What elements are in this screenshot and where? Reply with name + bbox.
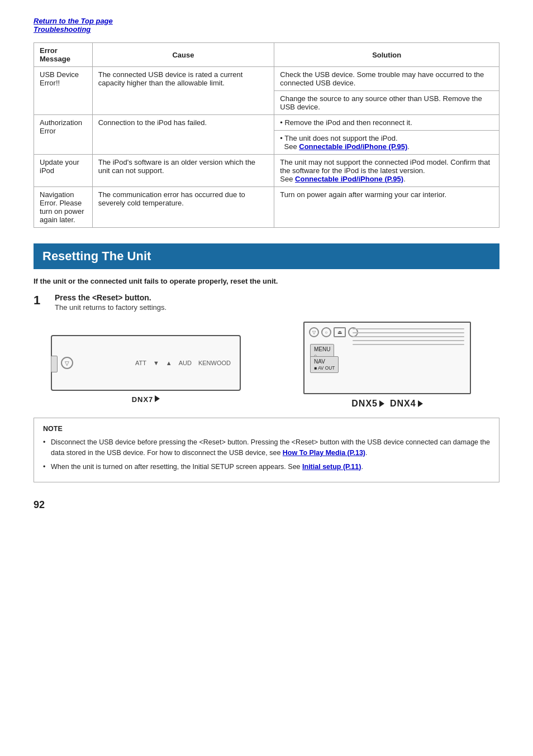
page-number: 92 — [34, 499, 499, 511]
dnx5-line-4 — [353, 340, 464, 341]
dnx4-label: DNX4 — [390, 399, 423, 409]
note-box: NOTE Disconnect the USB device before pr… — [34, 418, 499, 482]
dnx5-circle-button: ○ — [321, 327, 331, 337]
note-list: Disconnect the USB device before pressin… — [43, 437, 490, 472]
dnx5-arrow-icon — [379, 400, 384, 407]
col-header-error: Error Message — [34, 43, 93, 67]
cause-auth: Connection to the iPod has failed. — [92, 115, 274, 155]
table-row: USB DeviceError!! The connected USB devi… — [34, 67, 499, 91]
dnx7-aud: AUD — [179, 360, 192, 366]
dnx5-down-button: ▽ — [309, 327, 319, 337]
col-header-cause: Cause — [92, 43, 274, 67]
dnx5-label: DNX5 — [351, 399, 384, 409]
solution-auth-2: • The unit does not support the iPod. Se… — [274, 131, 499, 155]
step-1-desc: The unit returns to factory settings. — [55, 303, 499, 312]
dnx5-lines — [353, 328, 464, 345]
section-header: Resetting The Unit — [34, 243, 499, 269]
dnx7-up: ▲ — [166, 360, 172, 366]
solution-usb-1: Check the USB device. Some trouble may h… — [274, 67, 499, 91]
note-title: NOTE — [43, 425, 490, 433]
solution-update: The unit may not support the connected i… — [274, 155, 499, 187]
step-1-row: 1 Press the <Reset> button. The unit ret… — [34, 293, 499, 312]
dnx5-line-5 — [353, 344, 464, 345]
dnx7-left-notch — [51, 356, 58, 372]
col-header-solution: Solution — [274, 43, 499, 67]
dnx5-device: ▽ ○ ⏏ MENU○ NAV■ AV OUT — [303, 322, 471, 394]
solution-usb-2: Change the source to any source other th… — [274, 91, 499, 115]
cause-update: The iPod's software is an older version … — [92, 155, 274, 187]
solution-nav: Turn on power again after warming your c… — [274, 187, 499, 228]
dnx7-device: ▽ ATT ▼ ▲ AUD KENWOOD — [51, 335, 241, 391]
error-nav: NavigationError. Pleaseturn on poweragai… — [34, 187, 93, 228]
dnx4-arrow-icon — [418, 400, 423, 407]
dnx5-line-1 — [353, 328, 464, 329]
step-1-number: 1 — [34, 293, 51, 308]
step-1-content: Press the <Reset> button. The unit retur… — [55, 293, 499, 312]
step-1-title: Press the <Reset> button. — [55, 293, 499, 302]
dnx7-label-text: DNX7 — [132, 395, 154, 404]
diagrams-row: ▽ ATT ▼ ▲ AUD KENWOOD DNX7 ▽ ○ ⏏ — [34, 322, 499, 409]
error-update: Update youriPod — [34, 155, 93, 187]
cause-nav: The communication error has occurred due… — [92, 187, 274, 228]
dnx7-att: ATT — [135, 360, 146, 366]
dnx7-label: DNX7 — [132, 395, 160, 409]
troubleshooting-link[interactable]: Troubleshooting — [34, 25, 499, 34]
dnx7-controls: ATT ▼ ▲ AUD KENWOOD — [135, 360, 231, 366]
section-title: Resetting The Unit — [42, 249, 151, 263]
top-links: Return to the Top page Troubleshooting — [34, 17, 499, 34]
solution-auth-1: • Remove the iPod and then reconnect it. — [274, 115, 499, 131]
initial-setup-link[interactable]: Initial setup (P.11) — [302, 463, 361, 471]
dnx7-diagram-box: ▽ ATT ▼ ▲ AUD KENWOOD DNX7 — [34, 335, 258, 409]
dnx5-line-2 — [353, 332, 464, 333]
note-item-1: Disconnect the USB device before pressin… — [43, 437, 490, 458]
note-item-2: When the unit is turned on after resetti… — [43, 462, 490, 472]
dnx5-line-3 — [353, 336, 464, 337]
dnx7-arrow-icon — [155, 395, 160, 402]
dnx5-nav-button: NAV■ AV OUT — [310, 356, 339, 373]
return-to-top-link[interactable]: Return to the Top page — [34, 17, 499, 25]
dnx7-down-icon: ▽ — [65, 360, 69, 366]
dnx5-labels: DNX5 DNX4 — [351, 399, 422, 409]
connectable-ipod-link-1[interactable]: Connectable iPod/iPhone (P.95) — [299, 142, 407, 151]
how-to-play-media-link[interactable]: How To Play Media (P.13) — [283, 449, 365, 457]
table-row: NavigationError. Pleaseturn on poweragai… — [34, 187, 499, 228]
dnx5-eject-button: ⏏ — [334, 327, 346, 337]
dnx54-diagram-box: ▽ ○ ⏏ MENU○ NAV■ AV OUT DNX5 — [275, 322, 499, 409]
dnx7-brand: KENWOOD — [198, 360, 231, 366]
section-intro: If the unit or the connected unit fails … — [34, 277, 499, 285]
table-row: AuthorizationError Connection to the iPo… — [34, 115, 499, 131]
dnx5-label-text: DNX5 — [351, 399, 378, 409]
error-table: Error Message Cause Solution USB DeviceE… — [34, 42, 499, 228]
dnx7-down: ▼ — [153, 360, 159, 366]
connectable-ipod-link-2[interactable]: Connectable iPod/iPhone (P.95) — [295, 175, 403, 183]
dnx4-label-text: DNX4 — [390, 399, 416, 409]
cause-usb: The connected USB device is rated a curr… — [92, 67, 274, 115]
error-auth: AuthorizationError — [34, 115, 93, 155]
dnx7-circle-button: ▽ — [61, 357, 73, 369]
error-usb: USB DeviceError!! — [34, 67, 93, 115]
table-row: Update youriPod The iPod's software is a… — [34, 155, 499, 187]
